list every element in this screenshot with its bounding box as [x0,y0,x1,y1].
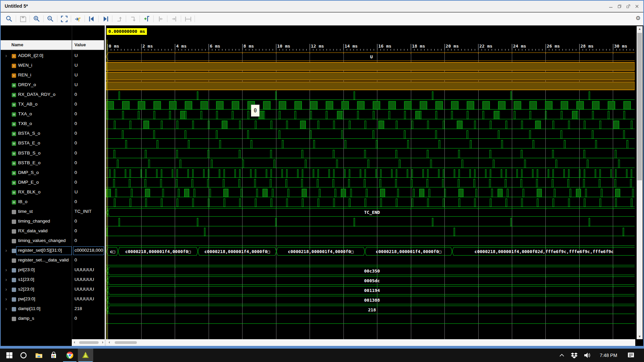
wave-hscroll-thumb[interactable] [115,341,137,344]
svg-text:18 ms: 18 ms [412,44,425,49]
gear-icon[interactable]: ⚙ [636,15,641,22]
signal-row[interactable]: OIB_o0 [1,197,105,207]
expand-chevron-icon[interactable]: › [5,267,9,273]
start-icon[interactable] [3,349,16,362]
minimize-button[interactable] [606,3,615,10]
signal-row[interactable]: IWEN_iU [1,61,105,71]
notification-icon[interactable] [625,349,637,362]
cursor-time-box[interactable]: 0.000000000 ms [107,28,147,35]
signal-row[interactable]: ›pw[23:0]UUUUUU [1,295,105,304]
scroll-down-icon[interactable]: ▼ [637,334,643,339]
signal-row[interactable]: IREN_iU [1,71,105,80]
expand-chevron-icon[interactable]: › [5,306,9,311]
go-to-time-icon[interactable] [73,14,82,23]
cortana-icon[interactable] [17,349,30,362]
window-bottom-frame [0,346,644,349]
taskbar-clock[interactable]: 7:48 PM [594,349,623,362]
app-window: Untitled 5* ⚙ Name Value ›IADDR_i[2:0]UI… [0,0,644,349]
svg-text:00c350: 00c350 [364,268,380,274]
signal-value: 0 [74,140,103,145]
names-scroll-right-icon[interactable]: › [102,340,103,345]
next-transition-icon[interactable] [101,14,110,23]
close-button[interactable] [633,3,641,10]
signal-row[interactable]: ORX_DATA_RDY_o0 [1,90,105,100]
signal-row[interactable]: ›prt[23:0]UUUUUU [1,265,105,275]
signal-row[interactable]: ›s2[23:0]UUUUUU [1,285,105,295]
signal-row[interactable]: OTX_AB_o0 [1,100,105,110]
signal-row[interactable]: OBSTA_E_o0 [1,139,105,148]
signal-row[interactable]: register_set..._data_valid0 [1,256,105,265]
previous-transition-icon[interactable] [87,14,96,23]
signal-row[interactable]: OBSTA_S_o0 [1,129,105,139]
svg-text:0 ms: 0 ms [109,44,119,49]
expand-chevron-icon[interactable]: › [5,287,9,292]
speaker-icon[interactable] [582,349,593,362]
toolbar-separator [181,15,181,22]
signal-value: 0 [74,316,103,321]
internal-signal-icon [12,317,16,321]
signal-row[interactable]: ›IADDR_i[2:0]U [1,51,105,61]
signal-row[interactable]: timing_changed0 [1,217,105,227]
tray-chevron-up-icon[interactable] [557,349,567,362]
vertical-scrollbar[interactable]: ▲ ▼ [637,26,643,339]
scroll-up-icon[interactable]: ▲ [637,26,643,32]
signal-row[interactable]: ›s1[23:0]UUUUUU [1,275,105,285]
float-button[interactable] [624,3,633,10]
signal-value: c0000218,000 [74,248,103,253]
dropbox-icon[interactable] [569,349,580,362]
zoom-in-icon[interactable] [32,14,41,23]
signal-row[interactable]: ODMP_E_o0 [1,178,105,188]
expand-chevron-icon[interactable]: › [5,277,9,282]
add-marker-icon[interactable] [142,14,151,23]
signal-row[interactable]: ODMP_S_o0 [1,168,105,178]
timeline-ruler[interactable]: 0 ms2 ms4 ms6 ms8 ms10 ms12 ms14 ms16 ms… [106,40,635,51]
signal-row[interactable]: OBSTB_S_o0 [1,149,105,159]
chrome-icon[interactable] [62,349,77,362]
signal-value: 0 [74,219,103,224]
expand-chevron-icon[interactable]: › [5,248,9,253]
signal-row[interactable]: time_stTC_INIT [1,207,105,217]
svg-text:U: U [370,54,373,59]
names-hscroll-thumb[interactable] [79,341,99,344]
signal-row[interactable]: damp_s0 [1,314,105,324]
signal-row[interactable]: timing_values_changed0 [1,236,105,246]
signal-row[interactable]: ODRDY_oU [1,80,105,90]
signal-name: DRDY_o [18,82,72,87]
titlebar[interactable]: Untitled 5* [1,1,643,12]
svg-text:28 ms: 28 ms [580,44,593,49]
names-scroll-left-icon[interactable]: ‹ [74,340,75,345]
signal-row[interactable]: OTXA_o0 [1,110,105,119]
wave-hscrollbar[interactable]: ‹ [106,339,635,346]
signal-name: register_set[0:5][31:0] [18,248,72,253]
names-hscrollbar[interactable]: ‹ › [72,339,105,346]
expand-chevron-icon[interactable]: › [5,296,9,302]
input-signal-icon: I [12,73,16,78]
signal-name: IB_o [18,199,72,204]
svg-text:6 ms: 6 ms [210,44,220,49]
search-icon[interactable] [5,14,13,23]
svg-text:001194: 001194 [364,288,380,293]
restore-button[interactable] [615,3,624,10]
signal-row[interactable]: ORX_BLK_oU [1,188,105,197]
internal-signal-icon [12,220,16,224]
output-signal-icon: O [12,132,16,136]
expand-chevron-icon[interactable]: › [5,53,9,58]
signal-name: DMP_E_o [18,180,72,185]
signal-row[interactable]: ›damp[11:0]218 [1,304,105,314]
store-icon[interactable] [47,349,60,362]
waveform-canvas[interactable]: UTC_ENDc□c0000218,000001f4,0000f0□c00002… [106,51,635,339]
vertical-scroll-thumb[interactable] [637,33,642,180]
zoom-out-icon[interactable] [46,14,55,23]
signal-row[interactable]: ›register_set[0:5][31:0]c0000218,000 [1,246,105,256]
wave-scroll-left-icon[interactable]: ‹ [109,340,110,345]
zoom-fit-icon[interactable] [60,14,68,23]
svg-text:c0000218,000001f4,0000f02d,fff: c0000218,000001f4,0000f02d,fffe6f9c,fffe… [475,249,614,254]
column-divider[interactable] [71,41,71,49]
signal-row[interactable]: OBSTB_E_o0 [1,159,105,168]
file-explorer-icon[interactable] [32,349,46,362]
output-signal-icon: O [12,181,16,185]
signal-row[interactable]: OTXB_o0 [1,119,105,129]
waveform-area[interactable]: 0.000000000 ms 0 ms2 ms4 ms6 ms8 ms10 ms… [106,25,635,339]
signal-row[interactable]: RX_data_valid0 [1,227,105,236]
vivado-icon[interactable] [78,349,93,362]
